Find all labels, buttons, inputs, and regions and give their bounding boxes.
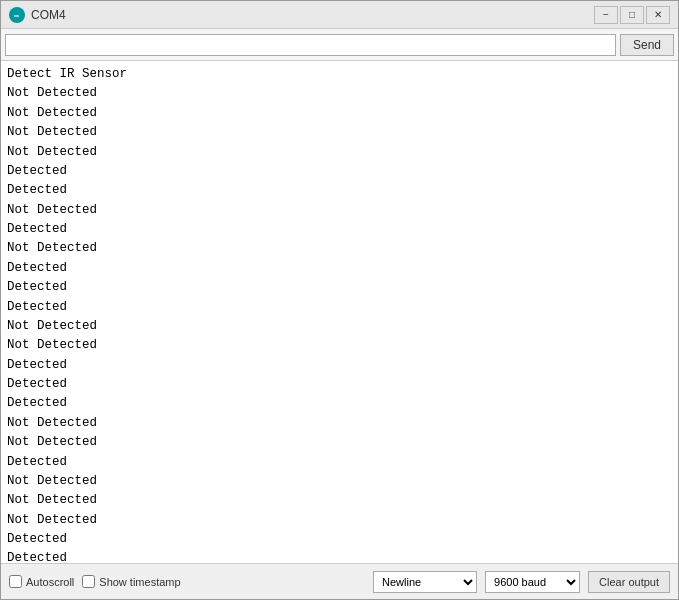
serial-line: Not Detected [7, 239, 672, 258]
serial-line: Not Detected [7, 414, 672, 433]
show-timestamp-checkbox[interactable] [82, 575, 95, 588]
serial-input[interactable] [5, 34, 616, 56]
serial-line: Detected [7, 375, 672, 394]
serial-line: Not Detected [7, 472, 672, 491]
serial-line: Not Detected [7, 433, 672, 452]
serial-line: Detect IR Sensor [7, 65, 672, 84]
serial-line: Detected [7, 356, 672, 375]
serial-line: Detected [7, 549, 672, 563]
svg-text:∞: ∞ [14, 12, 19, 19]
serial-line: Detected [7, 162, 672, 181]
serial-line: Detected [7, 220, 672, 239]
window-controls: − □ ✕ [594, 6, 670, 24]
serial-line: Not Detected [7, 104, 672, 123]
serial-line: Detected [7, 530, 672, 549]
serial-line: Not Detected [7, 511, 672, 530]
serial-line: Not Detected [7, 336, 672, 355]
autoscroll-label: Autoscroll [26, 576, 74, 588]
serial-line: Not Detected [7, 491, 672, 510]
minimize-button[interactable]: − [594, 6, 618, 24]
status-bar: Autoscroll Show timestamp No line ending… [1, 563, 678, 599]
clear-output-button[interactable]: Clear output [588, 571, 670, 593]
serial-output: Detect IR SensorNot DetectedNot Detected… [1, 61, 678, 563]
serial-line: Not Detected [7, 201, 672, 220]
send-button[interactable]: Send [620, 34, 674, 56]
maximize-button[interactable]: □ [620, 6, 644, 24]
serial-line: Not Detected [7, 317, 672, 336]
serial-line: Detected [7, 453, 672, 472]
baud-select[interactable]: 300 baud1200 baud2400 baud4800 baud9600 … [485, 571, 580, 593]
autoscroll-checkbox-label[interactable]: Autoscroll [9, 575, 74, 588]
serial-line: Detected [7, 278, 672, 297]
main-window: ∞ COM4 − □ ✕ Send Detect IR SensorNot De… [0, 0, 679, 600]
serial-line: Detected [7, 298, 672, 317]
serial-line: Not Detected [7, 84, 672, 103]
toolbar: Send [1, 29, 678, 61]
close-button[interactable]: ✕ [646, 6, 670, 24]
serial-line: Not Detected [7, 123, 672, 142]
serial-line: Not Detected [7, 143, 672, 162]
window-title: COM4 [31, 8, 594, 22]
autoscroll-checkbox[interactable] [9, 575, 22, 588]
serial-line: Detected [7, 181, 672, 200]
show-timestamp-label: Show timestamp [99, 576, 180, 588]
serial-line: Detected [7, 259, 672, 278]
newline-select[interactable]: No line endingNewlineCarriage returnBoth… [373, 571, 477, 593]
app-icon: ∞ [9, 7, 25, 23]
show-timestamp-checkbox-label[interactable]: Show timestamp [82, 575, 180, 588]
title-bar: ∞ COM4 − □ ✕ [1, 1, 678, 29]
serial-line: Detected [7, 394, 672, 413]
